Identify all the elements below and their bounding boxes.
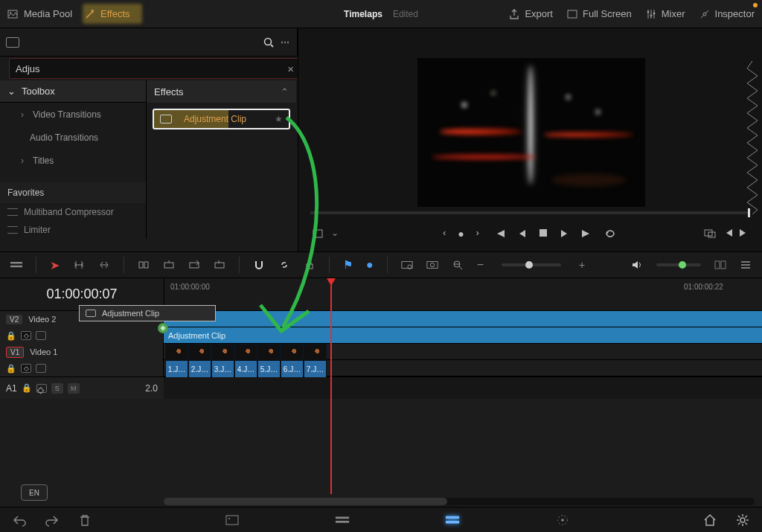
loop-button[interactable] [604,228,618,239]
solo-button[interactable]: S [51,383,63,394]
clip-label-segment[interactable]: 5.J… [257,360,281,376]
clip-thumbnail[interactable] [188,344,211,360]
link-button[interactable] [278,259,290,271]
effects-search-input[interactable] [10,63,281,74]
clip-thumbnail[interactable] [257,344,281,360]
transform-overlay-icon[interactable] [312,228,324,240]
clip-thumbnail[interactable] [281,344,304,360]
timeline-menu-button[interactable] [740,259,752,271]
timeline-h-scrollbar[interactable] [164,498,755,505]
zoom-slider[interactable] [502,263,561,266]
fullscreen-button[interactable]: Full Screen [566,8,632,20]
selection-tool-button[interactable]: ➤ [50,258,60,272]
auto-select-icon[interactable]: ◇ [36,384,47,393]
insert-clip-button[interactable] [163,259,175,271]
play-reverse-button[interactable] [518,228,527,239]
effect-result-adjustment-clip[interactable]: Adjustment Clip ★ [153,109,290,129]
clip-label-segment[interactable]: 3.J… [211,360,234,376]
effects-search-field[interactable]: × [9,58,301,79]
edit-page-button[interactable] [445,513,460,527]
next-edit-button[interactable]: › [476,228,479,240]
undo-button[interactable] [12,513,27,527]
favorite-star-icon[interactable]: ★ [275,114,283,124]
playhead[interactable] [330,278,332,494]
effects-results-header[interactable]: Effects ⌃ [147,80,296,103]
out-point-button[interactable] [740,228,749,238]
go-to-end-button[interactable] [580,228,592,239]
mute-button[interactable] [631,259,643,271]
disable-video-icon[interactable] [36,364,46,373]
clip-thumbnail[interactable] [234,344,257,360]
track-controls-v1[interactable]: 🔒 ◇ [0,360,164,376]
trim-tool-button[interactable] [73,259,85,271]
go-to-start-button[interactable] [494,228,506,239]
track-lane-v2[interactable] [164,311,762,327]
clip-label-segment[interactable]: 2.J… [188,360,211,376]
marker-button[interactable]: ● [366,258,374,272]
clip-label-segment[interactable]: 1.J… [165,360,188,376]
track-lane-v1-sub[interactable]: 1.J…2.J…3.J…4.J…5.J…6.J…7.J… [164,360,762,376]
panel-layout-button[interactable] [6,37,19,48]
lock-icon[interactable]: 🔒 [22,383,32,393]
track-header-v1[interactable]: V1 Video 1 [0,344,164,360]
lock-icon[interactable]: 🔒 [6,331,16,341]
zoom-in-button[interactable]: + [579,259,585,271]
dual-viewer-button[interactable] [714,259,726,271]
track-header-a1[interactable]: A1 🔒 ◇ S M 2.0 [0,377,164,399]
favorite-item[interactable]: Limiter [0,221,146,239]
trash-button[interactable] [77,513,92,527]
clip-label-segment[interactable]: 4.J… [234,360,257,376]
lock-icon[interactable]: 🔒 [6,364,16,374]
toolbox-header[interactable]: ⌄ Toolbox [0,80,146,103]
effects-button[interactable]: Effects [84,8,130,20]
adjustment-clip[interactable]: Adjustment Clip [164,327,762,344]
clip-label-segment[interactable]: 6.J… [281,360,304,376]
zoom-out-button[interactable]: − [477,258,484,272]
clip-thumbnail[interactable] [165,344,188,360]
zoom-detail-button[interactable] [426,259,438,271]
overwrite-clip-button[interactable] [188,259,200,271]
auto-select-icon[interactable]: ◇ [21,364,31,373]
zoom-full-button[interactable] [401,259,413,271]
play-button[interactable] [560,228,569,239]
snap-button[interactable] [253,259,265,271]
zoom-custom-button[interactable] [452,259,464,271]
prev-edit-button[interactable]: ‹ [443,228,446,240]
flag-button[interactable]: ⚑ [343,258,353,272]
disable-video-icon[interactable] [36,331,46,340]
cut-page-button[interactable] [335,513,350,527]
mixer-button[interactable]: Mixer [645,8,685,20]
clip-thumbnail[interactable] [304,344,327,360]
settings-button[interactable] [735,513,750,527]
toolbox-item-titles[interactable]: ›Titles [0,149,146,172]
inspector-button[interactable]: Inspector [699,8,755,20]
search-icon[interactable] [263,36,275,48]
stop-button[interactable] [539,228,548,237]
dim-slider[interactable] [656,263,701,266]
panel-options-button[interactable]: ⋯ [281,37,291,48]
home-button[interactable] [702,513,717,527]
favorite-item[interactable]: Multiband Compressor [0,203,146,221]
fusion-page-button[interactable] [555,513,570,527]
dynamic-trim-button[interactable] [98,259,110,271]
toolbox-item-audio-transitions[interactable]: Audio Transitions [0,126,146,149]
match-frame-button[interactable] [704,228,716,240]
timeline-ruler[interactable]: 01:00:00:00 01:00:00:22 [164,278,762,310]
media-page-button[interactable] [225,513,240,527]
track-controls-v2[interactable]: 🔒 ◇ [0,327,164,344]
in-point-button[interactable] [723,228,732,238]
export-button[interactable]: Export [508,8,553,20]
language-indicator[interactable]: EN [21,484,48,501]
viewer-canvas[interactable] [417,58,645,207]
media-pool-button[interactable]: Media Pool [7,8,72,20]
timeline-view-button[interactable] [10,259,22,271]
track-lane-a1[interactable] [164,377,762,399]
viewer-scrub-bar[interactable] [310,211,750,214]
toolbox-item-video-transitions[interactable]: ›Video Transitions [0,103,146,126]
track-lane-v1[interactable] [164,344,762,360]
clip-thumbnail[interactable] [211,344,234,360]
clip-label-segment[interactable]: 7.J… [304,360,327,376]
auto-select-icon[interactable]: ◇ [21,331,31,340]
stop-dot-icon[interactable]: ● [458,228,464,240]
mute-track-button[interactable]: M [68,383,80,394]
